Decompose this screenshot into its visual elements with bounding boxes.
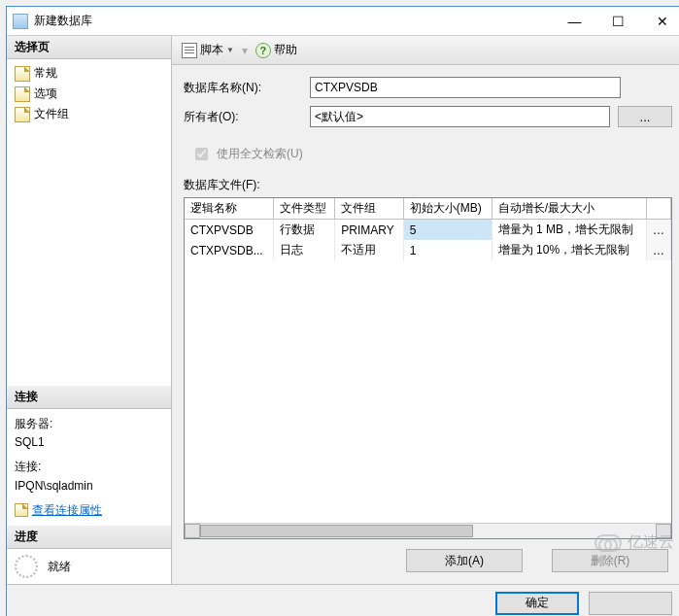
page-icon [15,86,30,102]
dbname-label: 数据库名称(N): [184,80,310,96]
cell-group[interactable]: PRIMARY [335,220,404,241]
view-connection-properties-link[interactable]: 查看连接属性 [32,501,102,520]
owner-label: 所有者(O): [184,109,310,125]
title-bar: 新建数据库 — ☐ ✕ [7,7,679,36]
minimize-button[interactable]: — [553,7,596,35]
nav-label: 文件组 [34,106,69,122]
maximize-button[interactable]: ☐ [596,7,640,35]
dbname-input[interactable] [310,77,621,98]
help-icon [255,43,271,58]
cell-size[interactable]: 1 [403,240,492,260]
progress-spinner-icon [15,555,38,578]
server-label: 服务器: [15,415,163,433]
script-button[interactable]: 脚本 ▼ [178,40,238,60]
nav-label: 常规 [34,65,57,82]
connection-panel: 服务器: SQL1 连接: IPQN\sqladmin 查看连接属性 [7,409,171,526]
cell-group[interactable]: 不适用 [335,240,404,260]
table-row[interactable]: CTXPVSDB... 日志 不适用 1 增量为 10%，增长无限制 … [185,240,671,260]
owner-browse-button[interactable]: ... [618,106,672,127]
server-value: SQL1 [15,433,163,452]
horizontal-scrollbar[interactable] [185,523,671,538]
script-label: 脚本 [200,42,223,58]
properties-icon [15,503,28,517]
cell-type[interactable]: 行数据 [273,220,335,241]
connection-value: IPQN\sqladmin [15,477,163,496]
col-action [647,198,671,220]
col-logical-name[interactable]: 逻辑名称 [185,198,273,220]
col-file-type[interactable]: 文件类型 [273,198,335,220]
col-initial-size[interactable]: 初始大小(MB) [403,198,492,220]
main-panel: 脚本 ▼ ▾ 帮助 数据库名称(N): 所有者(O): ... [172,36,679,584]
fulltext-label: 使用全文检索(U) [217,146,303,162]
cell-type[interactable]: 日志 [273,240,335,260]
cell-growth[interactable]: 增量为 1 MB，增长无限制 [492,220,646,241]
help-button[interactable]: 帮助 [252,40,301,60]
col-filegroup[interactable]: 文件组 [335,198,404,220]
window-controls: — ☐ ✕ [553,7,679,35]
help-label: 帮助 [274,42,297,58]
fulltext-checkbox [195,148,208,160]
page-nav: 常规 选项 文件组 [7,59,171,128]
table-row[interactable]: CTXPVSDB 行数据 PRIMARY 5 增量为 1 MB，增长无限制 … [185,220,671,241]
nav-label: 选项 [34,86,57,102]
dialog-body: 选择页 常规 选项 文件组 连接 服务器: SQL1 连接: IPQN\sqla… [7,36,679,584]
page-icon [15,66,30,82]
nav-options[interactable]: 选项 [11,84,167,104]
cell-growth-edit-button[interactable]: … [647,220,671,241]
progress-panel: 就绪 [7,549,171,584]
connection-label: 连接: [15,458,163,476]
cell-name[interactable]: CTXPVSDB [185,220,273,241]
owner-input[interactable] [310,106,610,127]
remove-button: 删除(R) [552,549,668,572]
sidebar: 选择页 常规 选项 文件组 连接 服务器: SQL1 连接: IPQN\sqla… [7,36,172,584]
grid-actions: 添加(A) 删除(R) [184,539,672,572]
progress-header: 进度 [7,526,171,549]
app-icon [13,14,28,29]
close-button[interactable]: ✕ [640,7,679,35]
col-autogrowth[interactable]: 自动增长/最大大小 [492,198,646,220]
dialog-window: 新建数据库 — ☐ ✕ 选择页 常规 选项 文件组 连接 服务器: SQL1 连… [6,6,679,616]
content-area: 数据库名称(N): 所有者(O): ... 使用全文检索(U) 数据库文件(F)… [172,65,679,584]
toolbar: 脚本 ▼ ▾ 帮助 [172,36,679,65]
connection-header: 连接 [7,386,171,409]
scroll-right-arrow[interactable] [656,524,671,538]
separator: ▾ [242,44,248,57]
cell-name[interactable]: CTXPVSDB... [185,240,273,260]
progress-status: 就绪 [48,559,71,575]
script-icon [182,43,197,58]
nav-general[interactable]: 常规 [11,63,167,84]
chevron-down-icon: ▼ [226,46,234,54]
window-title: 新建数据库 [34,13,553,29]
cell-size[interactable]: 5 [403,220,492,241]
dialog-footer: 确定 [7,584,679,616]
cell-growth-edit-button[interactable]: … [647,240,671,260]
add-button[interactable]: 添加(A) [406,549,523,572]
files-label: 数据库文件(F): [184,177,672,193]
secondary-button[interactable] [589,592,672,615]
nav-filegroups[interactable]: 文件组 [11,104,167,124]
cell-growth[interactable]: 增量为 10%，增长无限制 [492,240,646,260]
select-page-header: 选择页 [7,36,171,59]
scroll-thumb[interactable] [200,525,473,537]
files-grid[interactable]: 逻辑名称 文件类型 文件组 初始大小(MB) 自动增长/最大大小 CTXPVSD… [185,198,671,260]
fulltext-row: 使用全文检索(U) [191,145,672,163]
page-icon [15,107,30,122]
scroll-left-arrow[interactable] [185,524,200,538]
scroll-track[interactable] [200,524,656,538]
ok-button[interactable]: 确定 [495,592,579,615]
files-grid-wrap: 逻辑名称 文件类型 文件组 初始大小(MB) 自动增长/最大大小 CTXPVSD… [184,197,672,539]
